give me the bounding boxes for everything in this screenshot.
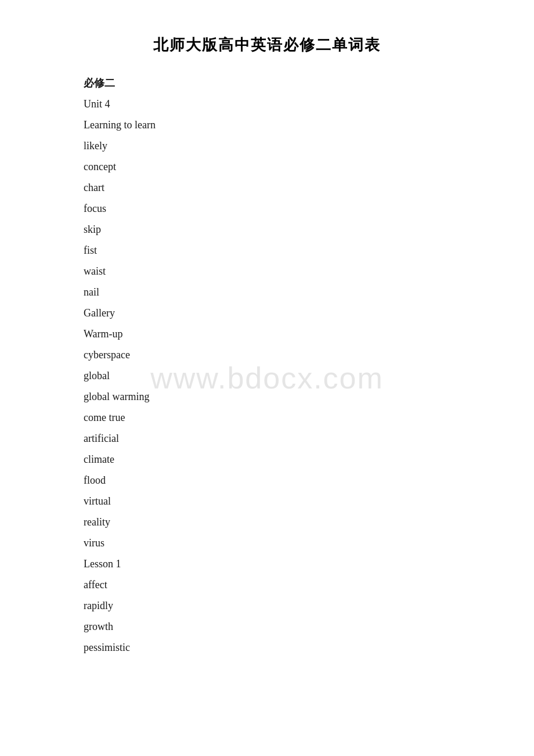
list-item: Lesson 1 [84, 553, 450, 574]
list-item: rapidly [84, 595, 450, 616]
list-item: affect [84, 574, 450, 595]
list-item: virus [84, 532, 450, 553]
list-item: Unit 4 [84, 93, 450, 114]
list-item: Learning to learn [84, 114, 450, 135]
list-item: flood [84, 470, 450, 491]
page-title: 北师大版高中英语必修二单词表 [84, 35, 450, 55]
list-item: fist [84, 240, 450, 261]
word-list: 必修二Unit 4Learning to learnlikelyconceptc… [84, 73, 450, 658]
list-item: focus [84, 198, 450, 219]
list-item: artificial [84, 428, 450, 449]
list-item: global warming [84, 386, 450, 407]
list-item: growth [84, 616, 450, 637]
list-item: climate [84, 449, 450, 470]
list-item: Gallery [84, 303, 450, 323]
list-item: reality [84, 512, 450, 532]
list-item: pessimistic [84, 637, 450, 658]
list-item: likely [84, 135, 450, 156]
list-item: virtual [84, 491, 450, 512]
list-item: chart [84, 177, 450, 198]
list-item: cyberspace [84, 344, 450, 365]
list-item: 必修二 [84, 73, 450, 93]
list-item: global [84, 365, 450, 386]
list-item: nail [84, 282, 450, 303]
list-item: concept [84, 156, 450, 177]
list-item: Warm-up [84, 323, 450, 344]
list-item: skip [84, 219, 450, 240]
list-item: come true [84, 407, 450, 428]
list-item: waist [84, 261, 450, 282]
